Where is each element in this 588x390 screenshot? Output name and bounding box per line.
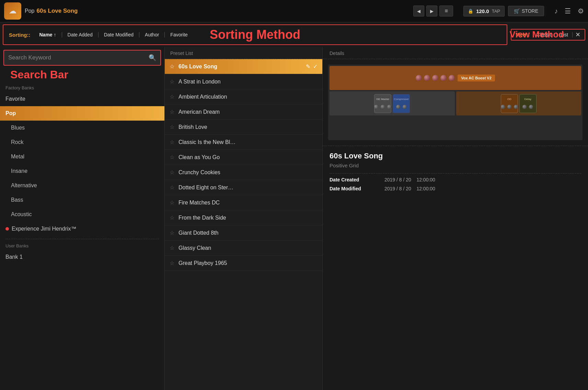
main-area: 🔍 Search Bar Factory Banks Favorite Pop … bbox=[0, 47, 588, 390]
amp-pedal-1: GE Master Compressor bbox=[330, 91, 455, 115]
preset-list-panel: Preset List ☆ 60s Love Song ✎ ✓ ☆ A Stra… bbox=[165, 47, 323, 390]
view-list[interactable]: List bbox=[556, 32, 573, 37]
preset-name-60s: 60s Love Song bbox=[178, 64, 306, 70]
search-icon[interactable]: 🔍 bbox=[149, 54, 156, 62]
store-button[interactable]: 🛒 STORE bbox=[508, 6, 544, 16]
star-icon-american[interactable]: ☆ bbox=[170, 109, 174, 115]
preset-name-label: 60s Love Song bbox=[36, 8, 78, 14]
star-icon-60s[interactable]: ☆ bbox=[170, 63, 174, 70]
preset-name-giant: Giant Dotted 8th bbox=[178, 230, 318, 236]
sidebar-item-favorite[interactable]: Favorite bbox=[0, 92, 164, 106]
preset-scroll[interactable]: ☆ 60s Love Song ✎ ✓ ☆ A Strat in London … bbox=[165, 59, 322, 390]
sorting-method-label: Sorting Method bbox=[210, 27, 300, 42]
preset-item-crunchy-cookies[interactable]: ☆ Crunchy Cookies bbox=[165, 165, 322, 180]
star-icon-fire[interactable]: ☆ bbox=[170, 199, 174, 206]
sidebar-item-metal[interactable]: Metal bbox=[0, 149, 164, 164]
sort-options: Name ↑ Date Added Date Modified Author F… bbox=[34, 32, 193, 37]
preset-name-clean: Clean as You Go bbox=[178, 154, 318, 160]
sidebar-item-bass[interactable]: Bass bbox=[0, 193, 164, 207]
preset-item-british-love[interactable]: ☆ British Love bbox=[165, 120, 322, 135]
next-preset-button[interactable]: ▶ bbox=[426, 5, 437, 16]
preset-item-giant-dotted[interactable]: ☆ Giant Dotted 8th bbox=[165, 225, 322, 241]
preset-edit-icon[interactable]: ✎ bbox=[306, 63, 310, 70]
sort-by-favorite[interactable]: Favorite bbox=[165, 32, 193, 37]
preset-name-dotted: Dotted Eight on Ster… bbox=[178, 185, 318, 191]
details-image-area: Vox AC Boost V2 GE Master Compressor bbox=[323, 59, 588, 146]
sort-by-author[interactable]: Author bbox=[139, 32, 165, 37]
sort-by-name[interactable]: Name ↑ bbox=[34, 32, 62, 37]
preset-item-american-dream[interactable]: ☆ American Dream bbox=[165, 104, 322, 120]
jimi-label: Experience Jimi Hendrix™ bbox=[12, 226, 77, 232]
view-close-button[interactable]: ✕ bbox=[575, 31, 580, 38]
star-icon-glassy[interactable]: ☆ bbox=[170, 245, 174, 251]
sidebar-divider bbox=[5, 239, 159, 239]
sidebar-item-jimi[interactable]: Experience Jimi Hendrix™ bbox=[0, 222, 164, 236]
sidebar-item-blues[interactable]: Blues bbox=[0, 121, 164, 135]
amp-head: Vox AC Boost V2 bbox=[330, 66, 581, 90]
preset-list-header: Preset List bbox=[165, 47, 322, 59]
preset-item-dotted-eight[interactable]: ☆ Dotted Eight on Ster… bbox=[165, 180, 322, 195]
meta-date-created: Date Created 2019 / 8 / 20 12:00:00 bbox=[330, 177, 581, 182]
preset-genre-label: Pop bbox=[25, 8, 34, 14]
star-icon-crunchy[interactable]: ☆ bbox=[170, 169, 174, 176]
star-icon-british[interactable]: ☆ bbox=[170, 124, 174, 130]
preset-name-crunchy: Crunchy Cookies bbox=[178, 169, 318, 176]
details-preset-name: 60s Love Song bbox=[330, 152, 581, 160]
search-input[interactable] bbox=[8, 54, 149, 61]
details-author: Positive Grid bbox=[330, 163, 581, 168]
sidebar-item-insane[interactable]: Insane bbox=[0, 164, 164, 178]
left-sidebar: 🔍 Search Bar Factory Banks Favorite Pop … bbox=[0, 47, 165, 390]
star-icon-clean[interactable]: ☆ bbox=[170, 154, 174, 160]
preset-navigation: ◀ ▶ ≡ bbox=[413, 5, 453, 16]
meta-date-modified: Date Modified 2019 / 8 / 20 12:00:00 bbox=[330, 186, 581, 191]
details-header: Details bbox=[323, 47, 588, 59]
preset-item-a-strat[interactable]: ☆ A Strat in London bbox=[165, 74, 322, 89]
preset-name-british: British Love bbox=[178, 124, 318, 130]
sidebar-item-rock[interactable]: Rock bbox=[0, 135, 164, 149]
star-icon-strat[interactable]: ☆ bbox=[170, 78, 174, 85]
note-icon[interactable]: ♪ bbox=[554, 7, 558, 15]
amp-image: Vox AC Boost V2 GE Master Compressor bbox=[328, 65, 583, 140]
preset-item-dark-side[interactable]: ☆ From the Dark Side bbox=[165, 210, 322, 225]
preset-item-great-playboy[interactable]: ☆ Great Playboy 1965 bbox=[165, 256, 322, 271]
star-icon-dotted[interactable]: ☆ bbox=[170, 184, 174, 191]
preset-check-icon[interactable]: ✓ bbox=[313, 63, 318, 70]
prev-preset-button[interactable]: ◀ bbox=[413, 5, 424, 16]
preset-item-clean-as-you-go[interactable]: ☆ Clean as You Go bbox=[165, 150, 322, 165]
meta-key-created: Date Created bbox=[330, 177, 384, 182]
cart-icon: 🛒 bbox=[514, 8, 520, 14]
preset-name-playboy: Great Playboy 1965 bbox=[178, 260, 318, 266]
sorting-label: Sorting:: bbox=[9, 32, 30, 38]
tap-label: TAP bbox=[492, 9, 500, 14]
top-bar: ☁ Pop 60s Love Song ◀ ▶ ≡ 🔒 120.0 TAP 🛒 … bbox=[0, 0, 588, 22]
search-bar: 🔍 bbox=[3, 50, 161, 66]
star-icon-playboy[interactable]: ☆ bbox=[170, 260, 174, 266]
star-icon-dark[interactable]: ☆ bbox=[170, 214, 174, 221]
search-bar-label: Search Bar bbox=[10, 68, 68, 81]
star-icon-ambient[interactable]: ☆ bbox=[170, 93, 174, 100]
preset-name-classic: Classic Is the New Bl… bbox=[178, 139, 318, 145]
preset-name-dark: From the Dark Side bbox=[178, 215, 318, 221]
view-label: View:: bbox=[516, 32, 530, 37]
view-classic[interactable]: Classic bbox=[532, 32, 556, 37]
preset-item-classic-new[interactable]: ☆ Classic Is the New Bl… bbox=[165, 135, 322, 150]
gear-icon[interactable]: ⚙ bbox=[578, 7, 584, 15]
bpm-display[interactable]: 🔒 120.0 TAP bbox=[463, 6, 505, 16]
sidebar-item-alternative[interactable]: Alternative bbox=[0, 178, 164, 193]
preset-item-ambient[interactable]: ☆ Ambient Articulation bbox=[165, 89, 322, 104]
star-icon-classic[interactable]: ☆ bbox=[170, 139, 174, 145]
star-icon-giant[interactable]: ☆ bbox=[170, 230, 174, 236]
menu-button[interactable]: ≡ bbox=[439, 5, 453, 16]
preset-item-fire-matches[interactable]: ☆ Fire Matches DC bbox=[165, 195, 322, 210]
sort-by-date-added[interactable]: Date Added bbox=[62, 32, 99, 37]
store-label: STORE bbox=[522, 8, 538, 14]
preset-item-glassy-clean[interactable]: ☆ Glassy Clean bbox=[165, 241, 322, 256]
sort-by-date-modified[interactable]: Date Modified bbox=[99, 32, 139, 37]
sidebar-item-acoustic[interactable]: Acoustic bbox=[0, 207, 164, 222]
user-banks-label: User Banks bbox=[0, 242, 164, 250]
list-icon[interactable]: ☰ bbox=[565, 7, 571, 15]
sidebar-item-bank1[interactable]: Bank 1 bbox=[0, 250, 164, 264]
sidebar-item-pop[interactable]: Pop bbox=[0, 106, 164, 121]
preset-item-60s-love-song[interactable]: ☆ 60s Love Song ✎ ✓ bbox=[165, 59, 322, 74]
top-bar-right-icons: ♪ ☰ ⚙ bbox=[554, 7, 584, 15]
